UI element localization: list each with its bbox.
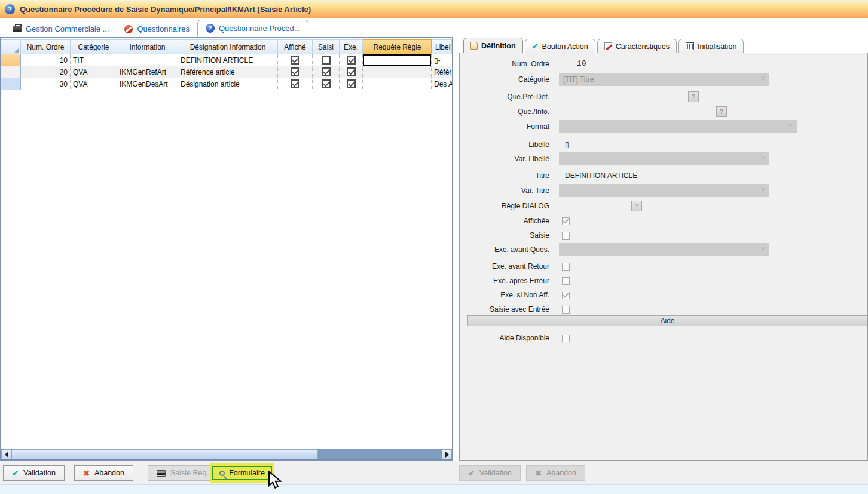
tab-label: Gestion Commerciale ... [26,24,109,33]
cell-libelle[interactable]: ▯- [432,54,452,66]
field-label: Var. Libellé [460,155,554,163]
validation-button[interactable]: ✔ Validation [3,465,65,481]
checkbox[interactable] [347,56,356,65]
tab-label: Initialisation [698,42,736,51]
que-info-help-button[interactable]: ? [716,106,727,117]
table-row[interactable]: 20 QVA IKMGenRefArt Référence article Ré… [1,66,452,78]
tab-caracteristiques[interactable]: Caractéristiques [597,39,677,53]
cell-num[interactable]: 10 [21,54,71,66]
field-titre: Titre DEFINITION ARTICLE [460,169,861,182]
cell-exe[interactable] [340,66,363,78]
cell-libelle[interactable]: Référ [432,66,452,78]
abandon-button[interactable]: ✖ Abandon [74,465,133,481]
cell-saisi[interactable] [313,54,340,66]
scrollbar-thumb[interactable] [11,449,318,459]
regle-dialog-help-button[interactable]: ? [631,201,642,211]
field-saisie-avec-entree: Saisie avec Entrée [460,303,861,316]
cell-requete-regle[interactable] [363,78,432,90]
field-label: Titre [460,171,554,180]
field-label: Saisie avec Entrée [460,305,554,314]
field-label: Exe. avant Ques. [460,246,554,254]
row-selector[interactable] [1,78,21,90]
cell-requete-regle[interactable] [363,66,432,78]
questions-grid-panel: Num. Ordre Catégorie Information Désigna… [0,37,453,461]
tab-bouton-action[interactable]: ✔ Bouton Action [525,39,595,53]
table-row[interactable]: 30 QVA IKMGenDesArt Désignation article … [1,78,452,90]
cell-affiche[interactable] [278,78,313,90]
monitor-icon [157,470,166,477]
cell-num[interactable]: 20 [21,66,71,78]
format-dropdown [559,120,797,133]
cell-libelle[interactable]: Des A [432,78,452,90]
checkbox[interactable] [347,79,356,88]
cell-information[interactable]: IKMGenRefArt [117,66,178,78]
checkbox[interactable] [322,56,331,65]
tab-questionnaire-procedure[interactable]: ? Questionnaire Procéd... [197,20,309,37]
scroll-right-button[interactable] [442,449,452,459]
left-arrow-icon [5,452,8,458]
cell-designation[interactable]: Référence article [178,66,278,78]
categorie-value: [TIT] Titre [563,75,594,84]
cell-requete-regle-focused[interactable] [363,54,432,66]
row-selector[interactable] [1,66,21,78]
checkbox[interactable] [291,79,299,88]
aide-disponible-checkbox [562,335,570,342]
cell-information[interactable] [117,54,178,66]
categorie-dropdown: [TIT] Titre [559,73,769,86]
tab-label: Questionnaires [137,24,189,33]
field-label: Exe. après Erreur [460,277,554,285]
cell-categorie[interactable]: QVA [71,66,117,78]
col-header-libelle[interactable]: Libellé [432,39,452,54]
main-tab-bar: Gestion Commerciale ... Questionnaires ?… [0,18,868,37]
col-header-designation[interactable]: Désignation Information [178,39,278,54]
checkbox[interactable] [347,67,356,76]
cell-affiche[interactable] [278,54,313,66]
formulaire-button[interactable]: Formulaire [212,466,272,480]
tab-questionnaires[interactable]: Questionnaires [117,21,197,37]
table-row[interactable]: 10 TIT DEFINITION ARTICLE ▯- [1,54,452,66]
cell-affiche[interactable] [278,66,313,78]
row-selector[interactable] [1,54,21,66]
field-label: Libellé [460,140,554,149]
grid-select-all-header[interactable] [1,39,21,54]
help-icon: ? [206,24,215,33]
scroll-left-button[interactable] [1,449,11,459]
tab-gestion-commerciale[interactable]: Gestion Commerciale ... [5,21,117,37]
que-pre-def-help-button[interactable]: ? [688,91,699,102]
cell-exe[interactable] [340,54,363,66]
saisie-avec-entree-checkbox [562,306,570,314]
cell-categorie[interactable]: TIT [71,54,117,66]
cell-saisi[interactable] [313,78,340,90]
saisie-checkbox [562,232,570,240]
horizontal-scrollbar[interactable] [1,449,452,459]
checkbox[interactable] [322,67,331,76]
cell-saisi[interactable] [313,66,340,78]
tab-label: Caractéristiques [616,42,670,51]
field-exe-apres-erreur: Exe. après Erreur [460,274,861,287]
col-header-affiche[interactable]: Affiché [278,39,313,54]
cell-designation[interactable]: Désignation article [178,78,278,90]
col-header-saisi[interactable]: Saisi [313,39,340,54]
cell-designation[interactable]: DEFINITION ARTICLE [178,54,278,66]
x-icon: ✖ [535,469,542,478]
field-label: Catégorie [460,75,554,84]
tab-definition[interactable]: Définition [463,38,523,53]
cell-categorie[interactable]: QVA [71,78,117,90]
tab-label: Questionnaire Procéd... [219,24,301,33]
cell-exe[interactable] [340,78,363,90]
col-header-exe[interactable]: Exe. [340,39,363,54]
col-header-num-ordre[interactable]: Num. Ordre [21,39,71,54]
checkbox[interactable] [291,56,299,65]
col-header-information[interactable]: Information [117,39,178,54]
col-header-requete-regle[interactable]: Requête Règle [363,39,432,54]
col-header-categorie[interactable]: Catégorie [71,39,117,54]
field-label: Num. Ordre [460,60,554,68]
field-exe-avant-ques: Exe. avant Ques. [460,243,861,256]
checkbox[interactable] [291,67,299,76]
cell-num[interactable]: 30 [21,78,71,90]
checkbox[interactable] [322,79,331,88]
exe-avant-retour-checkbox [562,263,570,271]
cell-information[interactable]: IKMGenDesArt [117,78,178,90]
tab-initialisation[interactable]: Initialisation [678,39,744,53]
question-detail-panel: Définition ✔ Bouton Action Caractéristiq… [459,37,868,461]
